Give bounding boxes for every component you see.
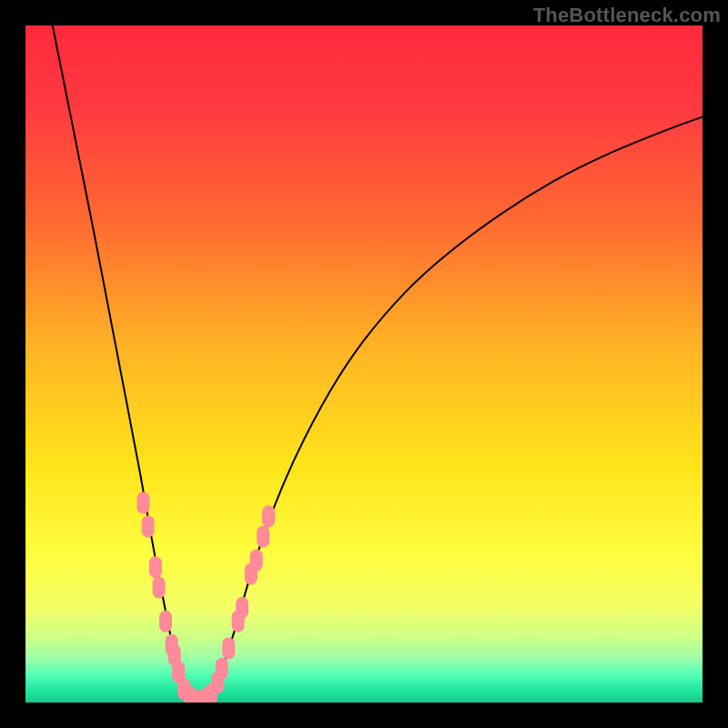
scatter-marker (142, 516, 155, 538)
plot-area (25, 25, 703, 703)
scatter-marker (149, 556, 162, 578)
scatter-marker (257, 526, 269, 548)
gradient-background (25, 25, 703, 703)
scatter-marker (262, 505, 275, 527)
scatter-marker (250, 550, 263, 571)
watermark-label: TheBottleneck.com (533, 4, 721, 27)
chart-frame: TheBottleneck.com (0, 0, 728, 728)
bottleneck-chart (25, 25, 703, 703)
scatter-marker (216, 658, 228, 680)
scatter-marker (205, 683, 217, 703)
scatter-marker (236, 597, 248, 619)
scatter-marker (153, 577, 166, 599)
scatter-marker (136, 492, 149, 514)
scatter-marker (222, 637, 235, 659)
scatter-marker (159, 611, 172, 632)
